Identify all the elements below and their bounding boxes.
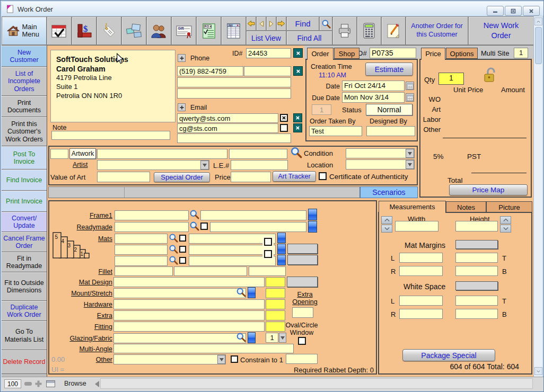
- glazing-label[interactable]: Glazing/Fabric: [47, 335, 112, 342]
- fitting-field[interactable]: [113, 322, 265, 332]
- horizontal-scrollbar-track[interactable]: [100, 378, 533, 389]
- minimize-button[interactable]: [487, 6, 504, 16]
- calculator-button[interactable]: [357, 16, 381, 45]
- mat2-detail-button[interactable]: [277, 244, 286, 254]
- width-spinner-down[interactable]: [381, 225, 392, 233]
- artwork-mini-field[interactable]: [50, 149, 68, 159]
- white-space-button[interactable]: [455, 281, 498, 290]
- height-spinner-down[interactable]: [500, 225, 511, 233]
- print-button[interactable]: [332, 16, 357, 45]
- artwork-button[interactable]: Artwork: [69, 148, 96, 159]
- other-extra-field[interactable]: [286, 354, 318, 364]
- sidebar-fit-outside-dimensions[interactable]: Fit to Outside Dimensions: [2, 272, 47, 301]
- tab-picture[interactable]: Picture: [486, 201, 532, 212]
- due-date-field[interactable]: Mon Nov 3/14: [342, 92, 405, 103]
- artwork-field2[interactable]: [229, 149, 287, 159]
- layout-bar-toggle[interactable]: [46, 380, 55, 387]
- phone3-field[interactable]: [177, 88, 291, 99]
- other-dropdown-button[interactable]: [217, 355, 225, 364]
- artist-field[interactable]: [97, 160, 209, 170]
- sidebar-print-customer-work-orders[interactable]: Print this Customer's Work Orders: [2, 117, 47, 146]
- location-dropdown-button[interactable]: [406, 160, 414, 169]
- frame1-detail-button[interactable]: [308, 209, 317, 220]
- mat1-search-icon[interactable]: [169, 233, 178, 243]
- tab-options[interactable]: Options: [446, 48, 478, 59]
- email2-field[interactable]: cg@sts.com: [177, 123, 278, 133]
- estimate-button[interactable]: Estimate: [365, 63, 413, 76]
- frame1-label[interactable]: Frame1: [47, 212, 112, 219]
- frame1-field[interactable]: [115, 210, 189, 220]
- ws-b-field[interactable]: [455, 309, 498, 319]
- other-label[interactable]: Other: [47, 356, 112, 363]
- sidebar-materials-list[interactable]: Go To Materials List: [2, 321, 47, 350]
- mat2-checkbox[interactable]: [179, 246, 186, 253]
- vertical-scrollbar[interactable]: [533, 16, 542, 377]
- date-field[interactable]: Fri Oct 24/14: [342, 81, 405, 91]
- ws-r-field[interactable]: [399, 309, 443, 319]
- readymade-label[interactable]: Readymade: [47, 224, 112, 231]
- mat-design-extra-button[interactable]: [287, 277, 318, 287]
- mat1-desc-field[interactable]: [189, 234, 276, 244]
- wo-number-field[interactable]: P0735: [370, 48, 416, 58]
- artwork-title-field[interactable]: [97, 149, 227, 159]
- mat2-search-icon[interactable]: [169, 244, 178, 254]
- oval-window-checkbox[interactable]: [298, 337, 306, 345]
- mat2-field[interactable]: [115, 245, 168, 255]
- extra-label[interactable]: Extra: [47, 312, 112, 319]
- zoom-in-button[interactable]: [34, 380, 42, 388]
- hscroll-left-button[interactable]: [92, 381, 99, 387]
- email3-field[interactable]: [177, 133, 291, 143]
- artist-label[interactable]: Artist: [73, 161, 87, 168]
- mount-stretch-field[interactable]: [113, 288, 246, 298]
- gift-certificate-button[interactable]: Gift: [171, 16, 196, 45]
- sidebar-duplicate-work-order[interactable]: Duplicate Work Order: [2, 301, 47, 321]
- tab-notes[interactable]: Notes: [446, 201, 486, 212]
- margins-l-field[interactable]: [399, 253, 443, 263]
- ws-t-field[interactable]: [455, 296, 498, 306]
- ws-l-field[interactable]: [399, 296, 443, 306]
- special-order-button[interactable]: Special Order: [154, 172, 210, 182]
- find-all-button[interactable]: Find All: [286, 31, 332, 45]
- height-field[interactable]: [455, 221, 498, 231]
- width-spinner-up[interactable]: [381, 216, 392, 224]
- id-field[interactable]: 24453: [246, 48, 291, 58]
- mode-selector[interactable]: Browse: [64, 380, 86, 387]
- extra-opening-label[interactable]: Extra Opening: [285, 291, 325, 306]
- fillet-label[interactable]: Fillet: [47, 268, 112, 275]
- tab-measurements[interactable]: Measurements: [379, 201, 446, 213]
- artwork-search-icon[interactable]: [290, 146, 302, 158]
- note-field[interactable]: [51, 131, 170, 140]
- readymade-detail-button[interactable]: [308, 221, 317, 233]
- fillet-field2[interactable]: [174, 266, 247, 276]
- value-of-art-field[interactable]: [97, 172, 150, 182]
- scenarios-button[interactable]: Scenarios: [360, 186, 418, 198]
- readymade-checkbox[interactable]: [200, 222, 208, 230]
- customer-card[interactable]: SoftTouch Solutions Carol Graham 4179 Pe…: [50, 50, 176, 122]
- mat-design-label[interactable]: Mat Design: [47, 279, 112, 286]
- mat-design-price-field[interactable]: [266, 277, 285, 287]
- find-button[interactable]: Find: [286, 16, 319, 31]
- artist-dropdown-button[interactable]: [200, 161, 209, 170]
- frame1-search-icon[interactable]: [189, 209, 199, 219]
- mat-design-field[interactable]: [113, 277, 265, 287]
- sidebar-find-invoice[interactable]: Find Invoice: [2, 170, 47, 191]
- height-spinner-up[interactable]: [500, 216, 511, 224]
- qty-field[interactable]: 1: [438, 73, 464, 85]
- fillet-field3[interactable]: [249, 266, 286, 276]
- tab-shop[interactable]: Shop: [334, 48, 359, 59]
- invoice-button[interactable]: INV: [221, 16, 246, 45]
- frame1-desc-field[interactable]: [200, 210, 306, 220]
- zoom-level-box[interactable]: 100: [4, 379, 21, 388]
- sidebar-convert-update[interactable]: Convert/ Update: [2, 212, 47, 232]
- email1-default-checkbox[interactable]: [280, 114, 288, 122]
- sidebar-incomplete-orders[interactable]: List of Incomplete Orders: [2, 67, 47, 96]
- new-work-order-button[interactable]: New Work Order: [468, 16, 534, 45]
- multi-angle-field[interactable]: [113, 344, 294, 353]
- designed-by-field[interactable]: [366, 126, 415, 136]
- purchase-order-button[interactable]: P.O.#: [196, 16, 221, 45]
- fillet-field1[interactable]: [115, 266, 173, 276]
- mount-stretch-label[interactable]: Mount/Stretch: [47, 290, 112, 297]
- order-taken-by-field[interactable]: Test: [309, 126, 362, 136]
- first-record-button[interactable]: [246, 16, 256, 31]
- scroll-thumb[interactable]: [535, 27, 542, 64]
